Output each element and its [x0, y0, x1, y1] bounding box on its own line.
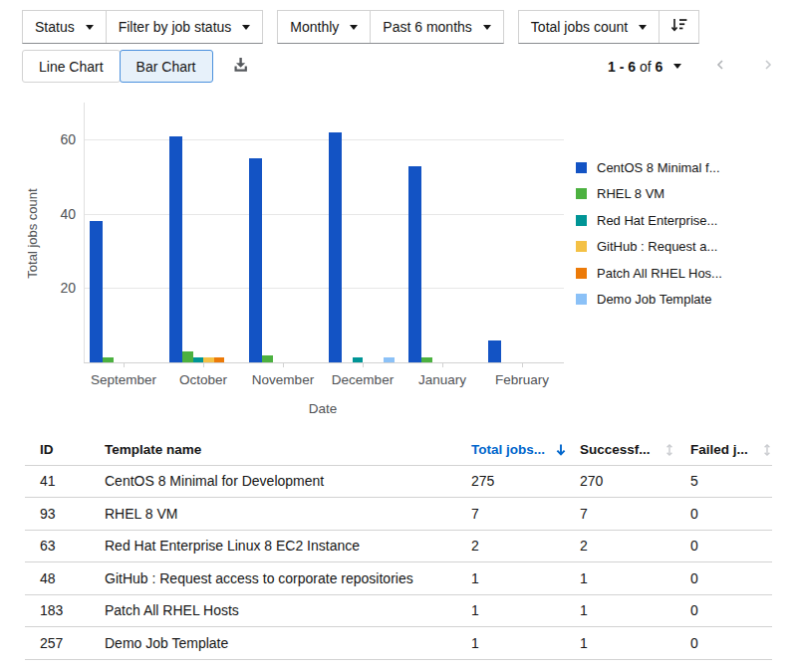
column-header-total-jobs[interactable]: Total jobs... — [471, 435, 580, 465]
legend-item: CentOS 8 Minimal f... — [576, 154, 722, 181]
legend-item: RHEL 8 VM — [576, 181, 722, 208]
x-axis-tick — [442, 362, 443, 367]
gridline — [84, 288, 564, 289]
legend-swatch — [576, 215, 587, 226]
legend-label: RHEL 8 VM — [597, 186, 664, 201]
bar — [329, 132, 342, 362]
legend-item: Red Hat Enterprise... — [576, 207, 722, 234]
cell-successful-jobs: 1 — [580, 594, 690, 627]
chart-legend: CentOS 8 Minimal f...RHEL 8 VMRed Hat En… — [576, 154, 722, 313]
y-axis-title: Total jobs count — [25, 164, 40, 304]
cell-failed-jobs: 5 — [690, 465, 772, 498]
column-header-id: ID — [25, 435, 105, 465]
date-range-label: Past 6 months — [383, 19, 472, 35]
line-chart-button[interactable]: Line Chart — [22, 50, 121, 83]
bar — [182, 351, 193, 362]
cell-template-name: Demo Job Template — [105, 627, 471, 660]
caret-down-icon — [350, 25, 358, 30]
job-status-filter-label: Filter by job status — [119, 19, 232, 35]
caret-down-icon — [483, 25, 491, 30]
legend-swatch — [576, 294, 587, 305]
filter-toolbar: Status Filter by job status Monthly Past… — [22, 10, 699, 44]
x-axis-tick — [124, 362, 125, 367]
cell-id: 48 — [25, 562, 105, 595]
cell-successful-jobs: 1 — [580, 562, 690, 595]
x-tick-label: September — [84, 372, 163, 387]
y-tick-label: 20 — [46, 280, 76, 296]
cell-id: 41 — [25, 465, 105, 498]
table-row: 48GitHub : Request access to corporate r… — [25, 562, 772, 595]
cell-total-jobs: 1 — [471, 627, 580, 660]
bar — [408, 166, 421, 362]
legend-label: GitHub : Request a... — [597, 239, 717, 254]
legend-swatch — [576, 268, 587, 279]
bar — [103, 357, 114, 362]
legend-swatch — [576, 241, 587, 252]
bar — [249, 158, 262, 362]
legend-swatch — [576, 162, 587, 173]
bar — [169, 136, 182, 362]
column-header-successf[interactable]: Successf... — [580, 435, 690, 465]
cell-total-jobs: 7 — [471, 498, 580, 531]
bar — [488, 340, 501, 362]
pagination-range: 1 - 6 — [608, 59, 636, 75]
jobs-bar-chart: Total jobs count Date CentOS 8 Minimal f… — [0, 95, 797, 438]
x-axis-tick — [283, 362, 284, 367]
y-tick-label: 40 — [46, 206, 76, 222]
pagination-of: of — [640, 59, 652, 75]
bar-chart-button[interactable]: Bar Chart — [120, 50, 213, 83]
table-header-row: IDTemplate nameTotal jobs...Successf...F… — [25, 435, 772, 465]
x-axis-tick — [203, 362, 204, 367]
cell-template-name: Patch All RHEL Hosts — [105, 594, 471, 627]
arrows-up-down-icon — [664, 443, 674, 457]
cell-successful-jobs: 1 — [580, 627, 690, 660]
cell-successful-jobs: 7 — [580, 498, 690, 531]
sort-by-label: Total jobs count — [531, 19, 628, 35]
status-select-label: Status — [35, 19, 75, 35]
sort-by-select[interactable]: Total jobs count — [519, 11, 659, 43]
previous-page-button[interactable] — [711, 56, 729, 77]
caret-down-icon — [673, 64, 681, 69]
job-status-filter-select[interactable]: Filter by job status — [106, 11, 263, 43]
granularity-select[interactable]: Monthly — [278, 11, 370, 43]
bar — [193, 357, 204, 362]
table-row: 63Red Hat Enterprise Linux 8 EC2 Instanc… — [25, 530, 772, 562]
pagination-total: 6 — [655, 59, 663, 75]
next-page-button[interactable] — [759, 56, 777, 77]
chart-controls: Line Chart Bar Chart — [22, 50, 254, 83]
x-tick-label: February — [482, 372, 562, 387]
table-row: 41CentOS 8 Minimal for Development275270… — [25, 465, 772, 498]
cell-successful-jobs: 2 — [580, 530, 690, 562]
x-axis-title: Date — [84, 401, 562, 416]
cell-total-jobs: 1 — [471, 594, 580, 627]
date-range-select[interactable]: Past 6 months — [370, 11, 503, 43]
y-axis-line — [84, 103, 85, 362]
legend-item: GitHub : Request a... — [576, 234, 722, 261]
caret-down-icon — [639, 25, 647, 30]
download-icon — [231, 57, 250, 77]
gridline — [84, 139, 564, 140]
cell-template-name: GitHub : Request access to corporate rep… — [105, 562, 471, 595]
column-header-label: Total jobs... — [471, 442, 545, 457]
legend-label: Demo Job Template — [597, 292, 711, 307]
templates-table: IDTemplate nameTotal jobs...Successf...F… — [25, 435, 772, 660]
x-axis-tick — [522, 362, 523, 367]
download-button[interactable] — [227, 53, 254, 81]
status-select[interactable]: Status — [23, 11, 106, 43]
column-header-failed-j[interactable]: Failed j... — [690, 435, 772, 465]
legend-label: CentOS 8 Minimal f... — [597, 160, 720, 175]
x-tick-label: October — [163, 372, 243, 387]
sort-amount-down-icon — [670, 18, 687, 36]
gridline — [84, 214, 564, 215]
bar — [421, 357, 432, 362]
x-tick-label: November — [243, 372, 323, 387]
y-tick-label: 60 — [46, 131, 76, 147]
x-tick-label: January — [402, 372, 482, 387]
sort-order-button[interactable] — [659, 11, 698, 43]
legend-swatch — [576, 188, 587, 199]
pagination-range-text: 1 - 6 of 6 — [608, 59, 663, 75]
chevron-right-icon — [763, 58, 773, 75]
pagination: 1 - 6 of 6 — [608, 50, 777, 83]
pagination-menu[interactable]: 1 - 6 of 6 — [608, 59, 681, 75]
legend-item: Demo Job Template — [576, 287, 722, 314]
